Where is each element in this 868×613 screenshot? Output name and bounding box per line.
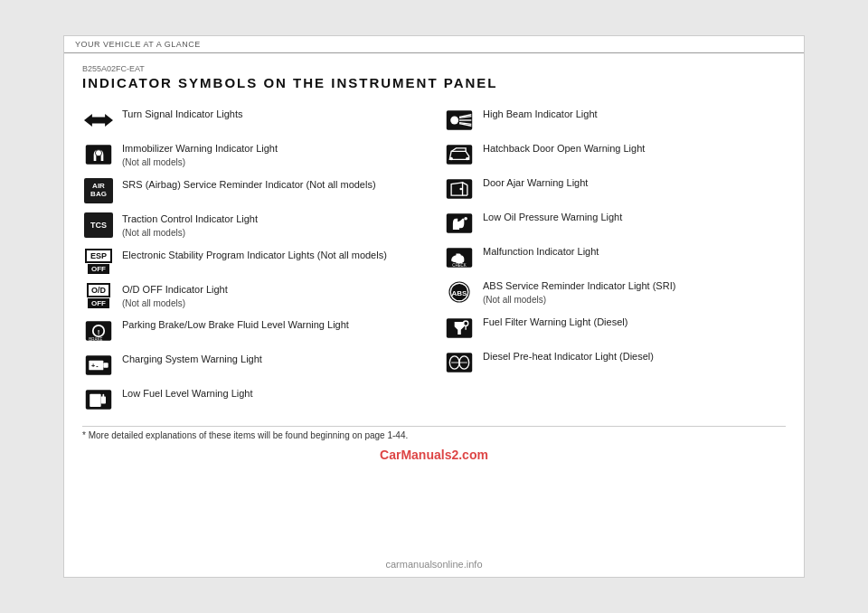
brake-label: Parking Brake/Low Brake Fluid Level Warn… <box>122 317 349 332</box>
list-item: High Beam Indicator Light <box>443 103 786 137</box>
check-icon-box: CHECK <box>443 244 476 271</box>
footnote: * More detailed explanations of these it… <box>82 426 786 440</box>
diesel-icon-box <box>443 349 476 376</box>
list-item: ESP OFF Electronic Stability Program Ind… <box>82 244 425 278</box>
check-engine-icon: CHECK <box>445 245 474 270</box>
list-item: Low Fuel Level Warning Light <box>82 382 425 417</box>
list-item: Immobilizer Warning Indicator Light (Not… <box>82 137 425 174</box>
highbeam-icon <box>445 108 474 133</box>
svg-point-32 <box>459 188 462 191</box>
list-item: + - Charging System Warning Light <box>82 348 425 382</box>
page-container: YOUR VEHICLE AT A GLANCE B255A02FC-EAT I… <box>63 35 805 578</box>
malfunction-label: Malfunction Indicator Light <box>483 244 599 259</box>
list-item: AIR BAG SRS (Airbag) Service Reminder In… <box>82 174 425 208</box>
immobilizer-label: Immobilizer Warning Indicator Light (Not… <box>122 141 278 170</box>
abs-icon: ABS <box>445 279 474 305</box>
highbeam-label: High Beam Indicator Light <box>483 107 598 121</box>
immobilizer-icon <box>84 142 113 167</box>
fuel-icon <box>84 387 113 412</box>
fuel-label: Low Fuel Level Warning Light <box>122 386 253 401</box>
watermark: CarManuals2.com <box>82 448 786 462</box>
svg-rect-17 <box>102 394 104 398</box>
svg-marker-0 <box>84 114 99 127</box>
right-column: High Beam Indicator Light <box>443 103 786 417</box>
doorajar-icon-box <box>443 175 476 203</box>
oilpressure-icon-box <box>443 210 476 237</box>
svg-point-26 <box>449 157 453 161</box>
indicators-grid: Turn Signal Indicator Lights I <box>82 103 786 417</box>
doorajar-icon <box>445 176 474 202</box>
fuel-icon-box <box>82 386 115 413</box>
list-item: Low Oil Pressure Warning Light <box>443 206 786 240</box>
top-label: YOUR VEHICLE AT A GLANCE <box>75 40 201 49</box>
diesel-preheat-icon <box>445 350 474 375</box>
battery-icon: + - <box>84 353 113 378</box>
svg-point-34 <box>464 217 467 221</box>
fuelfilter-icon <box>445 316 474 341</box>
doorajar-label: Door Ajar Warning Light <box>483 175 588 190</box>
bottom-watermark: carmanualsonline.info <box>64 559 804 570</box>
esp-label: Electronic Stability Program Indicator L… <box>122 248 387 262</box>
svg-text:BRAKE: BRAKE <box>89 337 102 342</box>
od-off-icon: OFF <box>88 298 109 308</box>
hatchback-label: Hatchback Door Open Warning Light <box>483 141 645 156</box>
brake-icon: ! BRAKE <box>84 318 113 344</box>
top-bar: YOUR VEHICLE AT A GLANCE <box>64 36 804 53</box>
esp-icon-box: ESP OFF <box>82 248 115 275</box>
list-item: Door Ajar Warning Light <box>443 172 786 206</box>
airbag-label: SRS (Airbag) Service Reminder Indicator … <box>122 177 376 192</box>
main-title: INDICATOR SYMBOLS ON THE INSTRUMENT PANE… <box>82 75 786 90</box>
tcs-icon-box: TCS <box>82 212 115 239</box>
hatchback-icon-box <box>443 141 476 168</box>
list-item: TCS Traction Control Indicator Light (No… <box>82 208 425 244</box>
highbeam-icon-box <box>443 107 476 134</box>
charging-label: Charging System Warning Light <box>122 352 262 366</box>
doc-id: B255A02FC-EAT <box>82 64 786 73</box>
brake-icon-box: ! BRAKE <box>82 317 115 344</box>
hatchback-icon <box>445 142 474 167</box>
svg-point-27 <box>466 157 469 161</box>
svg-text:!: ! <box>98 328 100 336</box>
airbag-icon-box: AIR BAG <box>82 177 115 204</box>
oilpressure-icon <box>445 211 474 236</box>
od-icon-box: O/D OFF <box>82 282 115 309</box>
abs-label: ABS Service Reminder Indicator Light (SR… <box>483 278 675 307</box>
tcs-icon: TCS <box>84 212 113 238</box>
svg-point-4 <box>95 150 101 156</box>
esp-off-icon: OFF <box>88 264 109 274</box>
airbag-icon: AIR BAG <box>84 178 113 203</box>
svg-point-19 <box>450 117 458 125</box>
list-item: ABS ABS Service Reminder Indicator Light… <box>443 275 786 311</box>
left-column: Turn Signal Indicator Lights I <box>82 103 425 417</box>
turn-signal-icon <box>84 108 113 133</box>
list-item: CHECK Malfunction Indicator Light <box>443 240 786 275</box>
od-top-icon: O/D <box>87 283 110 297</box>
fuelfilter-icon-box <box>443 315 476 342</box>
content-area: B255A02FC-EAT INDICATOR SYMBOLS ON THE I… <box>64 53 804 471</box>
list-item: Diesel Pre-heat Indicator Light (Diesel) <box>443 345 786 380</box>
diesel-label: Diesel Pre-heat Indicator Light (Diesel) <box>483 349 654 363</box>
svg-rect-15 <box>90 394 100 407</box>
list-item: Fuel Filter Warning Light (Diesel) <box>443 311 786 345</box>
svg-text:CHECK: CHECK <box>452 263 467 268</box>
svg-text:+: + <box>91 363 95 370</box>
oilpressure-label: Low Oil Pressure Warning Light <box>483 210 622 224</box>
list-item: ! BRAKE Parking Brake/Low Brake Fluid Le… <box>82 314 425 348</box>
fuelfilter-label: Fuel Filter Warning Light (Diesel) <box>483 315 627 329</box>
turn-signal-icon-box <box>82 107 115 134</box>
immobilizer-icon-box <box>82 141 115 168</box>
turn-signal-label: Turn Signal Indicator Lights <box>122 107 243 121</box>
svg-text:ABS: ABS <box>452 289 468 297</box>
list-item: O/D OFF O/D OFF Indicator Light (Not all… <box>82 278 425 315</box>
esp-outer-icon: ESP <box>85 249 112 263</box>
tcs-label: Traction Control Indicator Light (Not al… <box>122 212 258 240</box>
svg-marker-1 <box>99 114 113 127</box>
list-item: Hatchback Door Open Warning Light <box>443 137 786 172</box>
svg-rect-11 <box>103 363 108 368</box>
od-label: O/D OFF Indicator Light (Not all models) <box>122 282 228 311</box>
abs-icon-box: ABS <box>443 278 476 306</box>
battery-icon-box: + - <box>82 352 115 379</box>
list-item: Turn Signal Indicator Lights <box>82 103 425 137</box>
